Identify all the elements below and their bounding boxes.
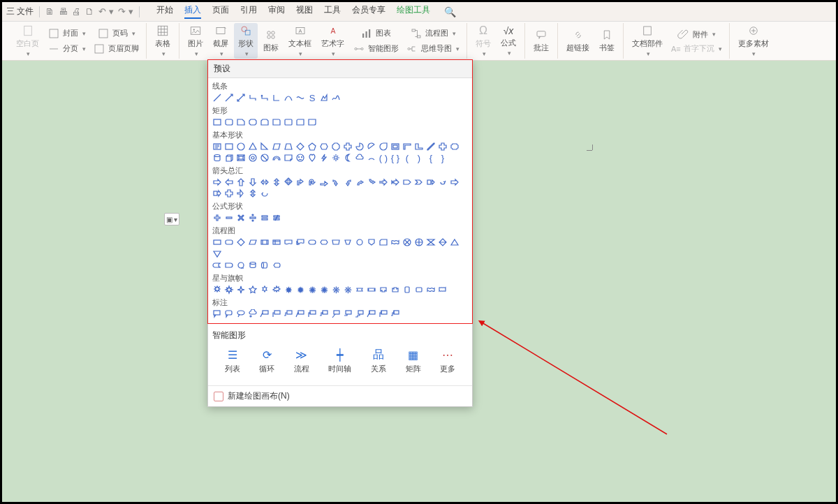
print2-icon[interactable]: 🖨 [72, 6, 81, 17]
shape-round4[interactable] [307, 117, 317, 127]
shape-foldedcorner[interactable] [284, 153, 293, 163]
table-button[interactable]: 表格▾ [151, 23, 175, 59]
shape-flow-predef[interactable] [260, 237, 270, 247]
smart-more[interactable]: ⋯更多 [440, 348, 455, 374]
shape-callout-line1[interactable] [260, 309, 270, 319]
new-canvas-button[interactable]: 新建绘图画布(N) [208, 385, 472, 406]
symbol-button[interactable]: Ω符号▾ [471, 23, 495, 59]
blank-page-button[interactable]: 空白页▾ [12, 23, 43, 59]
shape-flow-extract[interactable] [450, 237, 460, 247]
shape-round1[interactable] [272, 117, 281, 127]
tab-view[interactable]: 视图 [296, 4, 313, 19]
shape-star16[interactable]: ✺ [319, 285, 329, 295]
shape-callout-line10[interactable] [367, 309, 376, 319]
equation-button[interactable]: √x公式▾ [497, 24, 520, 58]
shape-snip3[interactable] [260, 117, 270, 127]
shape-flow-tape[interactable] [390, 237, 400, 247]
shape-rbrace[interactable]: } [438, 153, 448, 163]
tab-member[interactable]: 会员专享 [352, 4, 385, 19]
shape-arrow-more5[interactable] [248, 188, 258, 198]
icon-button[interactable]: 图标 [259, 27, 283, 54]
shape-lbrace[interactable]: { [426, 153, 436, 163]
shape-arrow-notched[interactable] [390, 177, 400, 187]
shape-flow-terminator[interactable] [307, 237, 317, 247]
shape-callout-oval[interactable] [236, 309, 246, 319]
shape-callout-line4[interactable] [295, 309, 305, 319]
shape-cube[interactable] [224, 153, 234, 163]
shape-round2[interactable] [284, 117, 293, 127]
shape-flow-display[interactable] [272, 260, 281, 270]
shape-star7[interactable] [272, 285, 281, 295]
undo-icon[interactable]: ↶ ▾ [98, 6, 114, 17]
shape-cross[interactable] [343, 142, 353, 151]
shape-flow-directaccess[interactable] [260, 260, 270, 270]
shape-star12[interactable]: ✺ [307, 285, 317, 295]
shape-verticalscroll[interactable] [402, 285, 412, 295]
docparts-button[interactable]: 文档部件▾ [628, 23, 667, 59]
shape-plus[interactable] [438, 142, 448, 151]
shape-flow-or[interactable] [414, 237, 424, 247]
search-icon[interactable]: 🔍 [444, 6, 456, 17]
layout-options-button[interactable]: ▣ ▾ [164, 213, 179, 225]
smart-timeline[interactable]: ┿时间轴 [328, 348, 351, 374]
shape-ribbondown[interactable] [390, 285, 400, 295]
shape-sun[interactable] [331, 153, 341, 163]
shape-arrow-pentagon[interactable] [402, 177, 412, 187]
shape-flow-seqstore[interactable] [236, 260, 246, 270]
shape-star32[interactable]: ❋ [343, 285, 353, 295]
shape-arrow-chevron[interactable] [414, 177, 424, 187]
shape-plaque[interactable] [450, 142, 460, 151]
shape-bevel[interactable] [236, 153, 246, 163]
print-icon[interactable]: 🖶 [59, 6, 68, 17]
screenshot-button[interactable]: 截屏▾ [209, 23, 233, 59]
cover-button[interactable]: 封面▾ [45, 27, 89, 40]
smart-list[interactable]: ☰列表 [225, 348, 240, 374]
shape-flow-connector[interactable] [355, 237, 365, 247]
tab-review[interactable]: 审阅 [268, 4, 285, 19]
shape-flow-doc[interactable] [284, 237, 293, 247]
flowchart-button[interactable]: 流程图▾ [403, 27, 462, 40]
shape-line-double[interactable] [236, 93, 246, 103]
shape-plus[interactable] [212, 213, 222, 223]
bookmark-button[interactable]: 书签 [595, 27, 619, 54]
shape-explosion2[interactable] [224, 285, 234, 295]
shape-flow-magdisk[interactable] [248, 260, 258, 270]
shape-callout-line5[interactable] [307, 309, 317, 319]
shape-flow-manualop[interactable] [343, 237, 353, 247]
shape-parallelogram[interactable] [272, 142, 281, 151]
shape-arrow-curved-u[interactable] [355, 177, 365, 187]
shape-flow-sum[interactable] [402, 237, 412, 247]
shape-arrow-more3[interactable] [224, 188, 234, 198]
shape-triangle[interactable] [248, 142, 258, 151]
shape-can[interactable] [212, 153, 222, 163]
shape-arrow-quad[interactable] [284, 177, 293, 187]
shape-brace[interactable]: { } [390, 153, 400, 163]
shape-pie[interactable] [355, 142, 365, 151]
shape-flow-delay[interactable] [224, 260, 234, 270]
shape-elbow2[interactable] [272, 93, 281, 103]
attachment-button[interactable]: 附件▾ [668, 27, 725, 41]
shape-arrow-lr[interactable] [260, 177, 270, 187]
shape-diagstripe[interactable] [426, 142, 436, 151]
shape-lightning[interactable] [319, 153, 329, 163]
tab-insert[interactable]: 插入 [184, 4, 201, 19]
shape-hexagon[interactable] [319, 142, 329, 151]
shape-s[interactable]: S [307, 93, 317, 103]
shape-snip1[interactable] [236, 117, 246, 127]
tab-tools[interactable]: 工具 [324, 4, 341, 19]
shape-elbow-arrow[interactable] [260, 93, 270, 103]
shape-arrow-circular[interactable] [438, 177, 448, 187]
shape-explosion1[interactable] [212, 285, 222, 295]
shape-arrow-rcallout[interactable] [426, 177, 436, 187]
shape-arrow-ud[interactable] [272, 177, 281, 187]
shape-star4[interactable] [236, 285, 246, 295]
shape-flow-internal[interactable] [272, 237, 281, 247]
shape-arc[interactable] [367, 153, 376, 163]
shape-arrow-bent[interactable] [295, 177, 305, 187]
shape-diamond[interactable] [295, 142, 305, 151]
shape-callout-line11[interactable] [378, 309, 388, 319]
shape-arrow-uturn[interactable] [307, 177, 317, 187]
shape-callout-round[interactable] [224, 309, 234, 319]
tab-start[interactable]: 开始 [156, 4, 173, 19]
shape-flow-offpage[interactable] [367, 237, 376, 247]
